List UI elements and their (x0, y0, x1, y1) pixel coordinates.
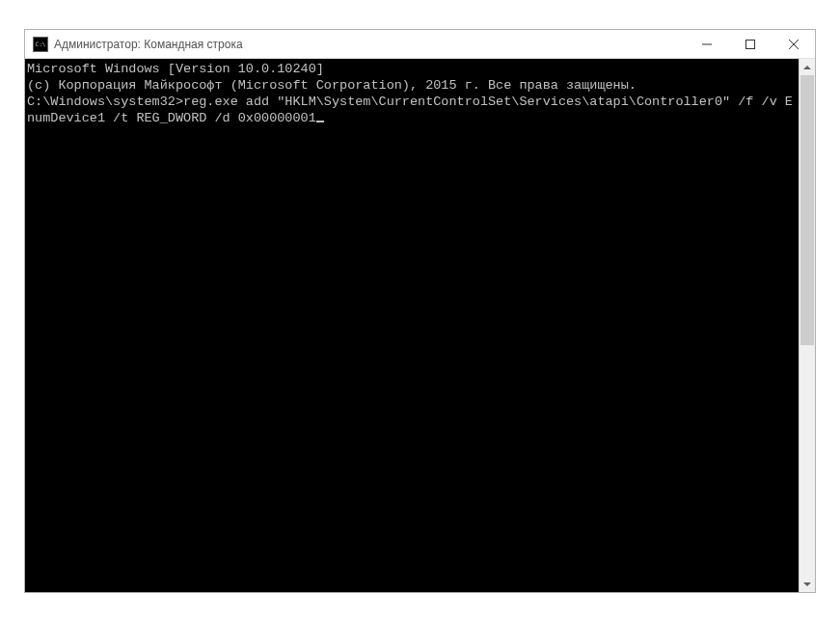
window-controls (685, 30, 815, 58)
scroll-down-button[interactable] (799, 576, 815, 592)
text-cursor (316, 121, 324, 122)
console-output[interactable]: Microsoft Windows [Version 10.0.10240](c… (25, 59, 799, 592)
scroll-up-button[interactable] (799, 59, 815, 75)
minimize-button[interactable] (685, 30, 728, 58)
svg-marker-4 (803, 66, 811, 69)
titlebar[interactable]: Администратор: Командная строка (25, 30, 815, 59)
scrollbar-thumb[interactable] (800, 75, 814, 345)
console-line: Microsoft Windows [Version 10.0.10240] (27, 61, 797, 77)
close-button[interactable] (772, 30, 815, 58)
console-area: Microsoft Windows [Version 10.0.10240](c… (25, 59, 815, 592)
cmd-icon (33, 37, 48, 52)
cmd-window: Администратор: Командная строка Microsof… (24, 29, 816, 593)
vertical-scrollbar[interactable] (799, 59, 815, 592)
console-prompt: C:\Windows\system32> (27, 95, 183, 109)
window-title: Администратор: Командная строка (54, 38, 685, 51)
maximize-button[interactable] (728, 30, 772, 58)
svg-rect-1 (745, 40, 754, 48)
svg-marker-5 (803, 582, 811, 586)
console-line: (c) Корпорация Майкрософт (Microsoft Cor… (27, 77, 797, 94)
